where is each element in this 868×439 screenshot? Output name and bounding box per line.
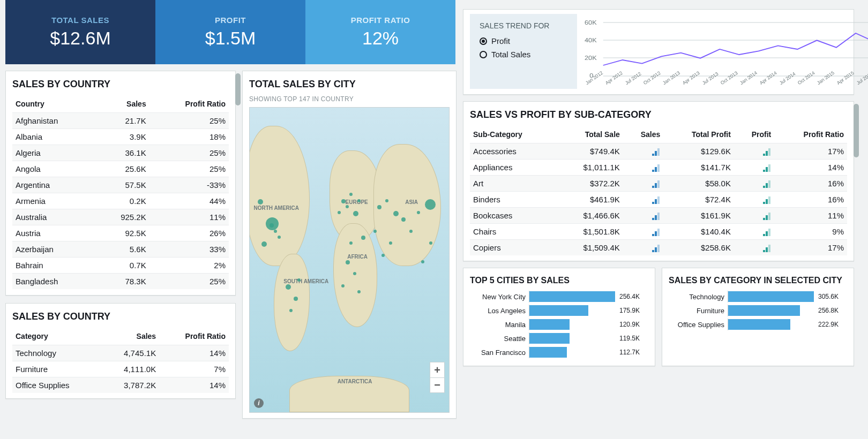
- map-dot[interactable]: [341, 199, 346, 203]
- table-row[interactable]: Office Supplies 3,787.2K 14%: [12, 377, 229, 393]
- table-row[interactable]: Technology 4,745.1K 14%: [12, 345, 229, 361]
- kpi-profit-ratio[interactable]: PROFIT RATIO 12%: [305, 0, 455, 64]
- kpi-total-sales[interactable]: TOTAL SALES $12.6M: [5, 0, 155, 64]
- col-profit-ratio[interactable]: Profit Ratio: [159, 328, 229, 345]
- kpi-profit[interactable]: PROFIT $1.5M: [155, 0, 305, 64]
- col-profit[interactable]: Profit: [734, 126, 774, 143]
- kpi-label: TOTAL SALES: [51, 16, 109, 25]
- info-icon[interactable]: i: [254, 398, 264, 408]
- bars-icon: [763, 147, 771, 156]
- bars-icon: [652, 243, 660, 252]
- col-total-profit[interactable]: Total Profit: [663, 126, 734, 143]
- sales-vs-profit-subcategory-card: SALES VS PROFIT BY SUB-CATEGORY Sub-Cate…: [463, 101, 854, 261]
- table-row[interactable]: Bookcases $1,466.6K $161.9K 11%: [470, 208, 847, 224]
- continent-label: AFRICA: [347, 254, 368, 260]
- map-dot[interactable]: [373, 230, 377, 233]
- sales-trend-card: SALES TREND FOR Profit Total Sales 60K: [463, 9, 854, 95]
- bars-icon: [763, 211, 771, 220]
- subcategory-table: Sub-Category Total Sale Sales Total Prof…: [470, 126, 847, 255]
- map-dot[interactable]: [278, 236, 281, 239]
- trend-chart[interactable]: 60K 40K 20K 0 Jan 2012Apr 2012Jul 2012Oc…: [582, 14, 868, 89]
- radio-icon: [480, 37, 487, 45]
- zoom-in-button[interactable]: +: [430, 362, 444, 377]
- col-profit-ratio[interactable]: Profit Ratio: [774, 126, 847, 143]
- table-row[interactable]: Bangladesh 78.3K 25%: [12, 274, 229, 290]
- map-zoom-controls: + −: [430, 362, 445, 393]
- col-total-sale[interactable]: Total Sale: [556, 126, 623, 143]
- map-dot[interactable]: [294, 297, 298, 301]
- map-dot[interactable]: [421, 260, 424, 263]
- scrollbar[interactable]: [854, 104, 859, 157]
- map-dot[interactable]: [385, 199, 388, 202]
- map-dot[interactable]: [297, 278, 301, 282]
- map-dot[interactable]: [346, 205, 349, 208]
- kpi-value: $1.5M: [205, 28, 256, 49]
- table-row[interactable]: Austria 92.5K 26%: [12, 225, 229, 241]
- map-dot[interactable]: [258, 199, 263, 205]
- zoom-out-button[interactable]: −: [430, 377, 444, 392]
- map-dot[interactable]: [409, 230, 413, 233]
- sales-by-category-city-card: SALES BY CATEGORY IN SELECTED CITY Techn…: [662, 268, 854, 366]
- table-row[interactable]: Appliances $1,011.1K $141.7K 14%: [470, 160, 847, 176]
- legend-title: SALES TREND FOR: [480, 21, 567, 30]
- continent-label: ASIA: [405, 199, 418, 205]
- trend-option-total-sales[interactable]: Total Sales: [480, 50, 567, 59]
- bars-icon: [652, 147, 660, 156]
- table-row[interactable]: Australia 925.2K 11%: [12, 209, 229, 225]
- table-row[interactable]: Accessories $749.4K $129.6K 17%: [470, 143, 847, 160]
- bar-row[interactable]: Furniture 256.8K: [669, 305, 847, 316]
- map[interactable]: NORTH AMERICA EUROPE ASIA AFRICA SOUTH A…: [249, 107, 450, 413]
- table-row[interactable]: Art $372.2K $58.0K 16%: [470, 176, 847, 192]
- kpi-value: 12%: [362, 28, 399, 49]
- top-cities-chart[interactable]: New York City 256.4K Los Angeles 175.9K …: [470, 291, 648, 358]
- col-sales[interactable]: Sales: [102, 328, 159, 345]
- map-dot[interactable]: [286, 284, 291, 290]
- bar-row[interactable]: San Francisco 112.7K: [470, 346, 648, 358]
- table-row[interactable]: Bahrain 0.7K 2%: [12, 258, 229, 274]
- card-subtitle: SHOWING TOP 147 IN COUNTRY: [249, 95, 450, 103]
- col-profit-ratio[interactable]: Profit Ratio: [149, 95, 229, 113]
- bar-row[interactable]: Manila 120.9K: [470, 319, 648, 330]
- svg-text:20K: 20K: [585, 55, 597, 62]
- table-row[interactable]: Argentina 57.5K -33%: [12, 177, 229, 193]
- table-row[interactable]: Copiers $1,509.4K $258.6K 17%: [470, 240, 847, 256]
- col-subcategory[interactable]: Sub-Category: [470, 126, 556, 143]
- sales-by-category-table: Category Sales Profit Ratio Technology 4…: [12, 328, 229, 393]
- continent-label: EUROPE: [346, 199, 368, 205]
- bar-row[interactable]: Los Angeles 175.9K: [470, 305, 648, 316]
- col-sales[interactable]: Sales: [95, 95, 149, 113]
- map-dot[interactable]: [346, 260, 350, 264]
- table-row[interactable]: Furniture 4,111.0K 7%: [12, 361, 229, 377]
- table-row[interactable]: Armenia 0.2K 44%: [12, 193, 229, 209]
- map-dot[interactable]: [289, 309, 293, 312]
- top-5-cities-card: TOP 5 CITIES BY SALES New York City 256.…: [463, 268, 655, 366]
- col-sales[interactable]: Sales: [623, 126, 663, 143]
- bars-icon: [652, 163, 660, 172]
- map-dot[interactable]: [357, 199, 361, 202]
- bars-icon: [763, 227, 771, 236]
- bar-row[interactable]: Seattle 119.5K: [470, 332, 648, 344]
- bar-row[interactable]: New York City 256.4K: [470, 291, 648, 302]
- continent-label: NORTH AMERICA: [253, 205, 299, 211]
- table-row[interactable]: Chairs $1,501.8K $140.4K 9%: [470, 224, 847, 240]
- map-dot[interactable]: [274, 230, 277, 233]
- bars-icon: [763, 195, 771, 204]
- category-city-chart[interactable]: Technology 305.6K Furniture 256.8K Offic…: [669, 291, 847, 330]
- trend-option-profit[interactable]: Profit: [480, 36, 567, 46]
- table-row[interactable]: Afghanistan 21.7K 25%: [12, 113, 229, 129]
- bar-row[interactable]: Technology 305.6K: [669, 291, 847, 302]
- map-dot[interactable]: [425, 199, 436, 210]
- card-title: TOP 5 CITIES BY SALES: [470, 276, 648, 285]
- table-row[interactable]: Albania 3.9K 18%: [12, 129, 229, 145]
- col-category[interactable]: Category: [12, 328, 102, 345]
- col-country[interactable]: Country: [12, 95, 95, 113]
- table-row[interactable]: Binders $461.9K $72.4K 16%: [470, 192, 847, 208]
- table-row[interactable]: Algeria 36.1K 25%: [12, 145, 229, 161]
- bars-icon: [763, 179, 771, 188]
- map-dot[interactable]: [401, 217, 406, 222]
- table-row[interactable]: Angola 25.6K 25%: [12, 161, 229, 177]
- bar-row[interactable]: Office Supplies 222.9K: [669, 319, 847, 330]
- map-dot[interactable]: [381, 254, 385, 257]
- table-row[interactable]: Azerbaijan 5.6K 33%: [12, 241, 229, 258]
- scrollbar[interactable]: [235, 73, 241, 105]
